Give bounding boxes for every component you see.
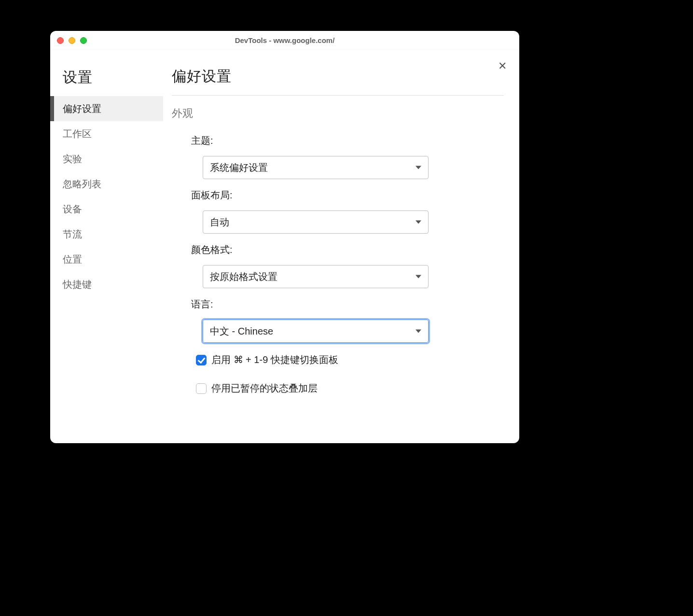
field-label-panel-layout: 面板布局: (191, 189, 504, 202)
sidebar-item-label: 工作区 (63, 127, 92, 140)
language-select[interactable]: 中文 - Chinese (203, 320, 429, 343)
select-value: 系统偏好设置 (210, 161, 268, 174)
chevron-down-icon (416, 221, 421, 224)
field-language: 语言: 中文 - Chinese (191, 298, 504, 343)
sidebar-item-label: 位置 (63, 253, 82, 266)
select-value: 自动 (210, 216, 229, 229)
sidebar-item-ignorelist[interactable]: 忽略列表 (50, 171, 163, 196)
sidebar-item-label: 忽略列表 (63, 178, 101, 191)
sidebar-item-experiments[interactable]: 实验 (50, 146, 163, 171)
chevron-down-icon (416, 166, 421, 169)
sidebar-item-label: 实验 (63, 153, 82, 166)
checkbox-row-shortcut[interactable]: 启用 ⌘ + 1-9 快捷键切换面板 (196, 353, 504, 366)
sidebar-item-label: 节流 (63, 228, 82, 241)
section-label-appearance: 外观 (172, 106, 504, 121)
sidebar-item-devices[interactable]: 设备 (50, 196, 163, 222)
sidebar-item-throttling[interactable]: 节流 (50, 222, 163, 247)
theme-select[interactable]: 系统偏好设置 (203, 156, 429, 179)
form-block: 主题: 系统偏好设置 面板布局: 自动 颜色格式: (172, 134, 504, 395)
select-value: 按原始格式设置 (210, 270, 277, 283)
sidebar-item-workspace[interactable]: 工作区 (50, 121, 163, 146)
sidebar-title: 设置 (50, 68, 163, 96)
main-panel: 偏好设置 外观 主题: 系统偏好设置 面板布局: 自动 (163, 50, 519, 443)
panel-layout-select[interactable]: 自动 (203, 210, 429, 234)
close-icon[interactable]: ✕ (498, 61, 507, 71)
color-format-select[interactable]: 按原始格式设置 (203, 265, 429, 288)
window-maximize-button[interactable] (80, 37, 87, 44)
overlay-checkbox[interactable] (196, 383, 207, 394)
field-label-theme: 主题: (191, 134, 504, 147)
devtools-window: DevTools - www.google.com/ ✕ 设置 偏好设置 工作区… (50, 31, 519, 443)
sidebar-item-preferences[interactable]: 偏好设置 (50, 96, 163, 121)
traffic-lights (57, 37, 87, 44)
checkbox-label: 停用已暂停的状态叠加层 (211, 382, 318, 395)
chevron-down-icon (416, 330, 421, 333)
titlebar: DevTools - www.google.com/ (50, 31, 519, 50)
checkbox-row-overlay[interactable]: 停用已暂停的状态叠加层 (196, 382, 504, 395)
window-close-button[interactable] (57, 37, 64, 44)
field-color-format: 颜色格式: 按原始格式设置 (191, 243, 504, 288)
settings-sidebar: 设置 偏好设置 工作区 实验 忽略列表 设备 节流 位置 快捷 (50, 50, 163, 443)
window-minimize-button[interactable] (69, 37, 75, 44)
sidebar-item-label: 快捷键 (63, 278, 92, 291)
field-theme: 主题: 系统偏好设置 (191, 134, 504, 179)
sidebar-item-shortcuts[interactable]: 快捷键 (50, 272, 163, 297)
page-title: 偏好设置 (172, 67, 504, 96)
chevron-down-icon (416, 275, 421, 279)
checkbox-label: 启用 ⌘ + 1-9 快捷键切换面板 (211, 353, 338, 366)
sidebar-item-locations[interactable]: 位置 (50, 247, 163, 272)
window-title: DevTools - www.google.com/ (50, 36, 519, 44)
field-label-color-format: 颜色格式: (191, 243, 504, 256)
sidebar-item-label: 设备 (63, 203, 82, 216)
select-value: 中文 - Chinese (210, 325, 273, 338)
sidebar-item-label: 偏好设置 (63, 102, 101, 115)
field-label-language: 语言: (191, 298, 504, 311)
shortcut-checkbox[interactable] (196, 355, 207, 365)
content: ✕ 设置 偏好设置 工作区 实验 忽略列表 设备 节流 位置 (50, 50, 519, 443)
field-panel-layout: 面板布局: 自动 (191, 189, 504, 234)
